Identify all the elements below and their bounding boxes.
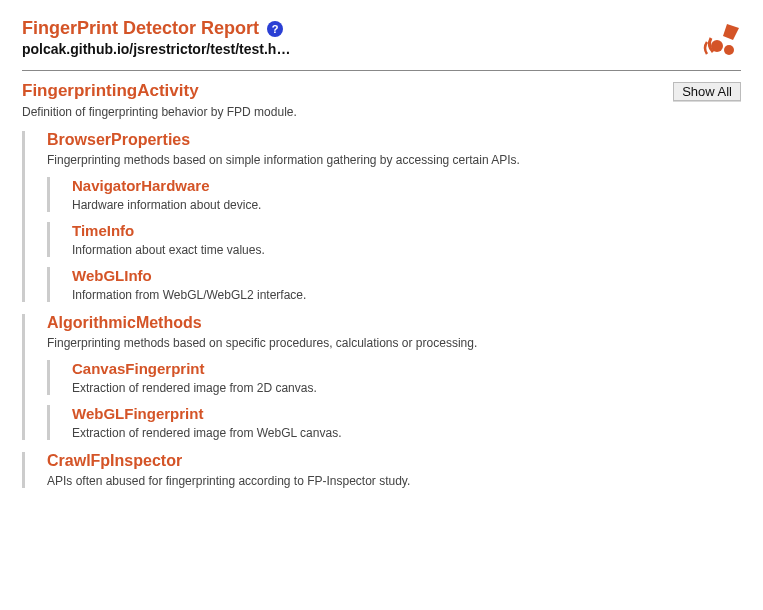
- subgroup-desc: Extraction of rendered image from 2D can…: [72, 381, 741, 395]
- subgroup: TimeInfoInformation about exact time val…: [47, 222, 741, 257]
- show-all-button[interactable]: Show All: [673, 82, 741, 101]
- group-desc: Fingerprinting methods based on specific…: [47, 336, 741, 350]
- group-title[interactable]: CrawlFpInspector: [47, 452, 741, 470]
- subgroup: NavigatorHardwareHardware information ab…: [47, 177, 741, 212]
- section-title: FingerprintingActivity: [22, 81, 199, 101]
- subgroup-title[interactable]: WebGLInfo: [72, 267, 741, 284]
- report-header: FingerPrint Detector Report ? polcak.git…: [22, 18, 741, 71]
- subgroup-title[interactable]: NavigatorHardware: [72, 177, 741, 194]
- group-title[interactable]: AlgorithmicMethods: [47, 314, 741, 332]
- svg-point-1: [724, 45, 734, 55]
- title-row: FingerPrint Detector Report ?: [22, 18, 697, 39]
- subgroup-title[interactable]: CanvasFingerprint: [72, 360, 741, 377]
- shield-logo-icon: [697, 18, 741, 62]
- section-desc: Definition of fingerprinting behavior by…: [22, 105, 741, 119]
- subgroup-desc: Information about exact time values.: [72, 243, 741, 257]
- subgroup-desc: Extraction of rendered image from WebGL …: [72, 426, 741, 440]
- subgroup-desc: Information from WebGL/WebGL2 interface.: [72, 288, 741, 302]
- subgroup: WebGLInfoInformation from WebGL/WebGL2 i…: [47, 267, 741, 302]
- group-title[interactable]: BrowserProperties: [47, 131, 741, 149]
- subgroup: WebGLFingerprintExtraction of rendered i…: [47, 405, 741, 440]
- group-desc: Fingerprinting methods based on simple i…: [47, 153, 741, 167]
- group-desc: APIs often abused for fingerprinting acc…: [47, 474, 741, 488]
- subgroup-desc: Hardware information about device.: [72, 198, 741, 212]
- subgroup-title[interactable]: WebGLFingerprint: [72, 405, 741, 422]
- group: CrawlFpInspectorAPIs often abused for fi…: [22, 452, 741, 488]
- group: BrowserPropertiesFingerprinting methods …: [22, 131, 741, 302]
- subgroup-title[interactable]: TimeInfo: [72, 222, 741, 239]
- section-header: FingerprintingActivity Show All: [22, 81, 741, 101]
- subgroup: CanvasFingerprintExtraction of rendered …: [47, 360, 741, 395]
- help-icon[interactable]: ?: [267, 21, 283, 37]
- header-left: FingerPrint Detector Report ? polcak.git…: [22, 18, 697, 57]
- report-title: FingerPrint Detector Report: [22, 18, 259, 39]
- domain-text: polcak.github.io/jsrestrictor/test/test.…: [22, 41, 697, 57]
- group: AlgorithmicMethodsFingerprinting methods…: [22, 314, 741, 440]
